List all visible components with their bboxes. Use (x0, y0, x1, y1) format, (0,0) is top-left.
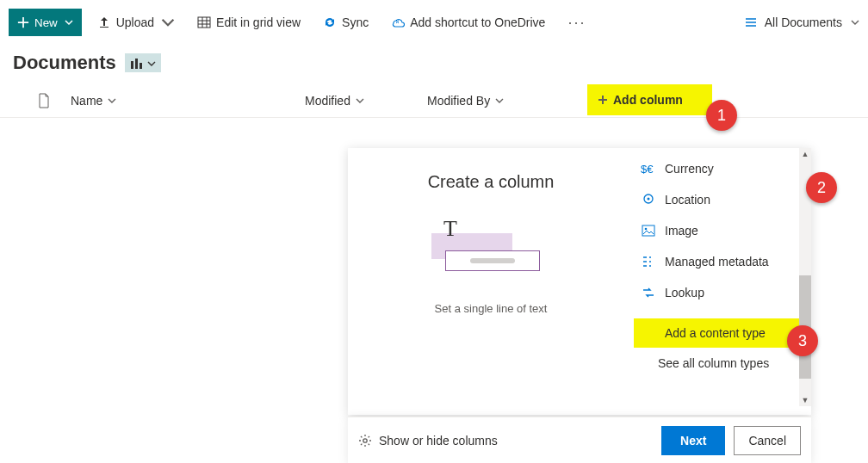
onedrive-shortcut-icon (391, 15, 405, 29)
chevron-down-icon (495, 96, 504, 105)
column-header-modified[interactable]: Modified (305, 94, 427, 108)
show-hide-label: Show or hide columns (379, 434, 498, 448)
column-type-list: ▲ ▼ $€ Currency Location Image Managed m… (634, 148, 809, 415)
edit-grid-button[interactable]: Edit in grid view (190, 9, 307, 36)
tiles-icon (130, 57, 146, 71)
type-label: Managed metadata (665, 255, 769, 269)
plus-icon (17, 16, 29, 28)
chevron-down-icon (161, 15, 175, 29)
annotation-callout-1: 1 (706, 100, 737, 131)
add-content-type-item[interactable]: Add a content type (634, 318, 799, 348)
upload-label: Upload (116, 15, 154, 29)
cancel-button[interactable]: Cancel (734, 426, 801, 455)
list-lines-icon (744, 15, 758, 29)
command-bar: New Upload Edit in grid view Sync Add sh… (0, 0, 868, 52)
view-label: All Documents (765, 15, 842, 29)
svg-rect-1 (131, 61, 133, 69)
column-label: Modified (305, 94, 350, 108)
column-type-currency[interactable]: $€ Currency (636, 153, 799, 184)
column-label: Modified By (427, 94, 490, 108)
lookup-icon (641, 285, 656, 300)
svg-point-6 (648, 198, 650, 201)
scrollbar-up-button[interactable]: ▲ (799, 148, 811, 160)
file-icon (38, 93, 50, 108)
page-title: Documents (13, 52, 116, 74)
shortcut-button[interactable]: Add shortcut to OneDrive (384, 9, 552, 36)
column-header-modified-by[interactable]: Modified By (427, 94, 542, 108)
add-column-label: Add column (613, 93, 683, 107)
shortcut-label: Add shortcut to OneDrive (410, 15, 545, 29)
type-label: Image (665, 224, 698, 238)
see-all-column-types[interactable]: See all column types (636, 348, 799, 379)
panel-title: Create a column (428, 172, 555, 192)
column-type-illustration: T (426, 216, 555, 285)
more-button[interactable]: ··· (561, 9, 592, 36)
svg-text:$€: $€ (641, 163, 654, 176)
svg-point-9 (649, 256, 651, 258)
svg-point-8 (645, 228, 648, 231)
column-label: Name (71, 94, 102, 108)
show-hide-columns-button[interactable]: Show or hide columns (358, 434, 498, 448)
column-type-image[interactable]: Image (636, 215, 799, 246)
column-header-name[interactable]: Name (62, 94, 305, 108)
type-label: Add a content type (665, 326, 766, 340)
chevron-down-icon (108, 96, 116, 105)
panel-subtitle: Set a single line of text (435, 302, 548, 315)
location-icon (641, 192, 656, 207)
edit-grid-label: Edit in grid view (216, 15, 301, 29)
scrollbar-down-button[interactable]: ▼ (799, 394, 811, 406)
type-label: Lookup (665, 286, 704, 299)
svg-point-10 (649, 261, 651, 262)
sync-button[interactable]: Sync (316, 9, 375, 36)
currency-icon: $€ (641, 161, 656, 176)
image-icon (641, 223, 656, 238)
panel-footer: Show or hide columns Next Cancel (348, 417, 811, 463)
ellipsis-icon: ··· (567, 14, 586, 32)
tiles-toggle[interactable] (125, 53, 161, 72)
next-label: Next (680, 434, 706, 448)
grid-icon (197, 15, 211, 29)
chevron-down-icon (851, 18, 859, 27)
page-header: Documents (0, 52, 868, 88)
type-label: Currency (665, 162, 714, 176)
managed-metadata-icon (641, 254, 656, 269)
chevron-down-icon (147, 59, 156, 68)
create-column-panel: Create a column T Set a single line of t… (348, 148, 811, 415)
panel-preview: Create a column T Set a single line of t… (348, 148, 634, 415)
sync-label: Sync (342, 15, 369, 29)
view-switcher[interactable]: All Documents (744, 15, 859, 29)
column-header-row: Name Modified Modified By Add column (0, 88, 868, 118)
new-button[interactable]: New (9, 9, 82, 36)
annotation-callout-2: 2 (806, 172, 837, 203)
svg-point-11 (649, 265, 651, 267)
gear-icon (358, 434, 372, 448)
new-button-label: New (34, 16, 58, 29)
chevron-down-icon (356, 96, 364, 105)
annotation-callout-3: 3 (787, 325, 818, 356)
sync-icon (323, 15, 337, 29)
chevron-down-icon (65, 18, 73, 27)
svg-rect-0 (198, 17, 210, 28)
column-header-filetype[interactable] (26, 93, 62, 108)
column-type-lookup[interactable]: Lookup (636, 277, 799, 308)
column-type-managed-metadata[interactable]: Managed metadata (636, 246, 799, 277)
plus-icon (598, 95, 608, 105)
svg-point-12 (363, 438, 367, 441)
next-button[interactable]: Next (661, 426, 725, 455)
add-column-button[interactable]: Add column (587, 84, 712, 115)
column-type-location[interactable]: Location (636, 184, 799, 215)
svg-rect-2 (135, 59, 138, 69)
cancel-label: Cancel (748, 434, 786, 448)
type-label: See all column types (658, 356, 769, 370)
svg-rect-3 (140, 63, 142, 69)
type-label: Location (665, 193, 710, 207)
svg-rect-7 (642, 225, 654, 236)
upload-button[interactable]: Upload (90, 9, 182, 36)
upload-icon (97, 15, 111, 29)
